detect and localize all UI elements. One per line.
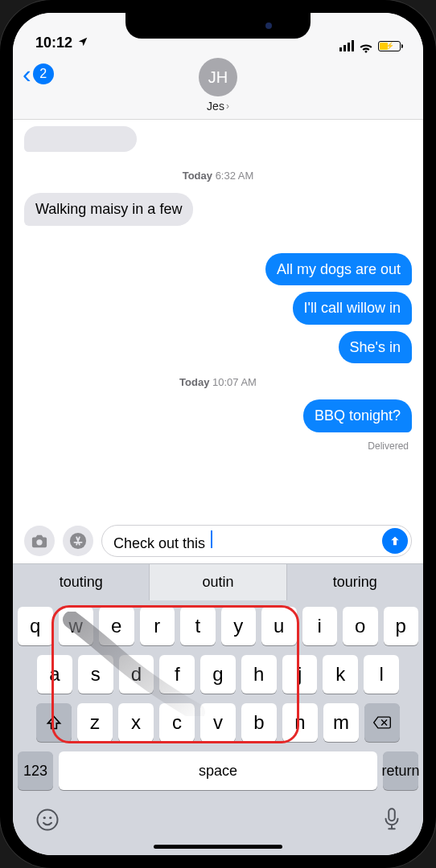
key-m[interactable]: m <box>323 703 359 742</box>
app-store-button[interactable] <box>63 526 93 556</box>
key-k[interactable]: k <box>323 655 358 694</box>
suggestion-3[interactable]: touring <box>287 564 423 600</box>
screen: 10:12 ⚡ ‹ 2 JH Jes › <box>13 13 423 855</box>
unread-badge: 2 <box>33 63 54 84</box>
key-h[interactable]: h <box>241 655 277 694</box>
chevron-right-icon: › <box>226 100 229 112</box>
key-t[interactable]: t <box>180 607 216 645</box>
message-thread[interactable]: Today 6:32 AM Walking maisy in a few All… <box>13 120 423 517</box>
key-v[interactable]: v <box>200 703 236 742</box>
location-icon <box>77 35 88 51</box>
suggestion-2[interactable]: outin <box>150 564 286 600</box>
suggestion-bar: touting outin touring <box>13 563 423 600</box>
contact-name-button[interactable]: Jes › <box>207 100 229 113</box>
chevron-left-icon: ‹ <box>23 61 31 87</box>
text-cursor <box>211 530 212 548</box>
outgoing-message[interactable]: She's in <box>339 331 412 364</box>
key-i[interactable]: i <box>302 607 338 645</box>
key-y[interactable]: y <box>221 607 257 645</box>
key-b[interactable]: b <box>241 703 277 742</box>
svg-point-2 <box>43 817 46 819</box>
keyboard: q w e r t y u i o p a s d f g h j k l <box>13 600 423 795</box>
svg-rect-4 <box>389 809 395 821</box>
home-indicator[interactable] <box>154 845 282 849</box>
key-e[interactable]: e <box>99 607 134 645</box>
svg-point-1 <box>38 810 58 830</box>
outgoing-message[interactable]: All my dogs are out <box>265 253 412 286</box>
wifi-icon <box>359 40 373 51</box>
compose-bar: Check out this <box>13 517 423 563</box>
delivered-label: Delivered <box>24 440 412 452</box>
message-input-value: Check out this <box>113 535 209 551</box>
back-button[interactable]: ‹ 2 <box>23 61 54 87</box>
key-w[interactable]: w <box>59 607 94 645</box>
key-u[interactable]: u <box>261 607 297 645</box>
svg-point-3 <box>49 817 51 819</box>
key-o[interactable]: o <box>343 607 378 645</box>
key-c[interactable]: c <box>159 703 195 742</box>
signal-icon <box>339 40 354 51</box>
suggestion-1[interactable]: touting <box>13 564 150 600</box>
shift-key[interactable] <box>36 703 72 742</box>
key-p[interactable]: p <box>384 607 419 645</box>
previous-message-bubble <box>24 126 137 152</box>
notch <box>125 13 311 39</box>
outgoing-message[interactable]: BBQ tonight? <box>303 399 412 432</box>
contact-name-label: Jes <box>207 100 224 113</box>
key-j[interactable]: j <box>282 655 318 694</box>
key-f[interactable]: f <box>159 655 195 694</box>
space-key[interactable]: space <box>59 751 377 790</box>
key-l[interactable]: l <box>364 655 399 694</box>
emoji-button[interactable] <box>35 808 60 837</box>
key-q[interactable]: q <box>18 607 53 645</box>
status-time: 10:12 <box>35 35 72 51</box>
key-g[interactable]: g <box>200 655 236 694</box>
numeric-key[interactable]: 123 <box>18 751 53 790</box>
key-z[interactable]: z <box>77 703 113 742</box>
message-input[interactable]: Check out this <box>101 525 412 557</box>
delete-key[interactable] <box>364 703 400 742</box>
key-d[interactable]: d <box>119 655 154 694</box>
battery-icon: ⚡ <box>378 41 401 51</box>
send-button[interactable] <box>382 528 408 554</box>
phone-frame: 10:12 ⚡ ‹ 2 JH Jes › <box>0 0 436 868</box>
timestamp-2: Today 10:07 AM <box>24 376 412 388</box>
key-n[interactable]: n <box>282 703 318 742</box>
key-x[interactable]: x <box>118 703 154 742</box>
incoming-message[interactable]: Walking maisy in a few <box>24 193 193 226</box>
outgoing-message[interactable]: I'll call willow in <box>293 292 412 325</box>
key-s[interactable]: s <box>78 655 113 694</box>
dictation-button[interactable] <box>383 808 401 837</box>
return-key[interactable]: return <box>383 751 418 790</box>
key-a[interactable]: a <box>37 655 72 694</box>
conversation-header: ‹ 2 JH Jes › <box>13 53 423 120</box>
contact-avatar[interactable]: JH <box>199 58 237 96</box>
key-r[interactable]: r <box>140 607 175 645</box>
timestamp-1: Today 6:32 AM <box>24 170 412 182</box>
camera-button[interactable] <box>24 526 55 556</box>
